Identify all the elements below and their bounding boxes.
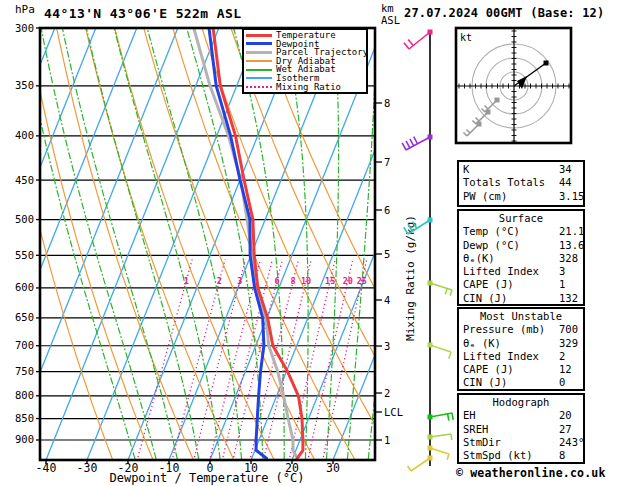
svg-text:6: 6 — [274, 276, 279, 286]
pressure-axis-labels: 300350400450500550600650700750800850900 — [15, 22, 40, 446]
legend-swatch — [246, 42, 272, 45]
table-row: StmDir243° — [459, 436, 583, 449]
table-row-value: 44 — [559, 176, 572, 189]
table-row-value: 2 — [559, 350, 565, 363]
temperature-axis-labels: -40-30-20-100102030Dewpoint / Temperatur… — [36, 460, 340, 485]
table-row: EH20 — [459, 409, 583, 422]
table-row-value: 27 — [559, 423, 572, 436]
svg-text:8: 8 — [291, 276, 296, 286]
table-row-value: 329 — [559, 337, 578, 350]
svg-text:25: 25 — [357, 276, 367, 286]
hodograph-unit: kt — [460, 32, 472, 43]
table-row-value: 20 — [559, 409, 572, 422]
table-row: Dewp (°C)13.6 — [459, 239, 583, 252]
legend-swatch — [246, 34, 272, 37]
table-row: Pressure (mb)700 — [459, 323, 583, 336]
table-section: K34Totals Totals44PW (cm)3.15 — [457, 160, 585, 207]
legend-swatch — [246, 69, 272, 71]
svg-text:30: 30 — [326, 461, 340, 475]
svg-text:7: 7 — [384, 156, 390, 168]
svg-text:6: 6 — [384, 204, 390, 216]
wind-barb — [408, 456, 433, 472]
svg-text:3: 3 — [237, 276, 242, 286]
datetime-label: 27.07.2024 00GMT (Base: 12) — [404, 6, 604, 20]
table-row-value: 700 — [559, 323, 578, 336]
table-row-label: Pressure (mb) — [463, 323, 545, 336]
table-row: Lifted Index2 — [459, 350, 583, 363]
table-row: Lifted Index3 — [459, 265, 583, 278]
svg-text:8: 8 — [384, 97, 390, 109]
table-row-label: CIN (J) — [463, 292, 507, 305]
page-title: 44°13'N 43°06'E 522m ASL — [44, 6, 241, 21]
table-row-label: CAPE (J) — [463, 278, 514, 291]
table-section: HodographEH20SREH27StmDir243°StmSpd (kt)… — [457, 393, 585, 464]
table-row-label: StmSpd (kt) — [463, 449, 533, 462]
svg-text:Dewpoint / Temperature (°C): Dewpoint / Temperature (°C) — [109, 471, 304, 485]
svg-text:-30: -30 — [77, 461, 98, 475]
wind-barb — [428, 281, 453, 296]
table-row-label: Totals Totals — [463, 176, 545, 189]
table-section: SurfaceTemp (°C)21.1Dewp (°C)13.6θₑ(K)32… — [457, 209, 585, 306]
table-row-value: 3 — [559, 265, 565, 278]
svg-text:500: 500 — [15, 213, 34, 225]
svg-text:10: 10 — [301, 276, 311, 286]
legend-swatch — [246, 51, 272, 54]
svg-text:650: 650 — [15, 311, 34, 323]
table-row-value: 13.6 — [559, 239, 584, 252]
svg-text:15: 15 — [325, 276, 335, 286]
table-section-title: Hodograph — [459, 396, 583, 409]
mixing-ratio-labels: 12346810152025 — [184, 276, 367, 286]
table-row-value: 21.1 — [559, 225, 584, 238]
svg-text:3: 3 — [384, 340, 390, 352]
table-row-label: StmDir — [463, 436, 501, 449]
svg-text:900: 900 — [15, 433, 34, 445]
table-row-label: Temp (°C) — [463, 225, 520, 238]
table-row-label: CAPE (J) — [463, 363, 514, 376]
table-row-value: 3.15 — [559, 190, 584, 203]
table-section: Most UnstablePressure (mb)700θₑ (K)329Li… — [457, 307, 585, 391]
table-row: CAPE (J)12 — [459, 363, 583, 376]
table-row: Temp (°C)21.1 — [459, 225, 583, 238]
svg-text:1: 1 — [384, 434, 390, 446]
svg-text:1: 1 — [184, 276, 189, 286]
svg-text:LCL: LCL — [384, 406, 403, 418]
pressure-axis-unit: hPa — [15, 3, 35, 16]
wind-barb — [404, 30, 433, 50]
legend-label: Mixing Ratio — [276, 83, 341, 92]
wind-barb — [428, 413, 454, 421]
svg-text:800: 800 — [15, 389, 34, 401]
table-row-label: Lifted Index — [463, 265, 539, 278]
legend-item: Mixing Ratio — [246, 83, 366, 92]
table-row: θₑ(K)328 — [459, 252, 583, 265]
svg-text:750: 750 — [15, 365, 34, 377]
table-row-value: 0 — [559, 376, 565, 389]
table-row: Totals Totals44 — [459, 176, 583, 189]
table-section-title: Most Unstable — [459, 310, 583, 323]
table-row-label: Dewp (°C) — [463, 239, 520, 252]
svg-text:850: 850 — [15, 412, 34, 424]
svg-text:5: 5 — [384, 248, 390, 260]
table-row: CIN (J)0 — [459, 376, 583, 389]
km-axis: 12345678LCLMixing Ratio (g/kg) — [374, 97, 417, 446]
table-row: CAPE (J)1 — [459, 278, 583, 291]
asl-label: ASL — [381, 14, 400, 26]
table-row: PW (cm)3.15 — [459, 190, 583, 203]
mixing-axis-label: Mixing Ratio (g/kg) — [404, 215, 417, 341]
legend-swatch — [246, 60, 272, 62]
table-row: θₑ (K)329 — [459, 337, 583, 350]
svg-text:20: 20 — [343, 276, 353, 286]
svg-text:450: 450 — [15, 174, 34, 186]
table-row-label: EH — [463, 409, 476, 422]
table-section-title: Surface — [459, 212, 583, 225]
svg-text:350: 350 — [15, 79, 34, 91]
table-row: SREH27 — [459, 423, 583, 436]
table-row-value: 243° — [559, 436, 584, 449]
table-row-label: SREH — [463, 423, 488, 436]
table-row: K34 — [459, 163, 583, 176]
wind-barb — [428, 434, 452, 440]
svg-text:4: 4 — [384, 294, 390, 306]
table-row-label: θₑ(K) — [463, 252, 495, 265]
copyright: © weatheronline.co.uk — [456, 466, 606, 480]
table-row-value: 1 — [559, 278, 565, 291]
table-row-value: 8 — [559, 449, 565, 462]
